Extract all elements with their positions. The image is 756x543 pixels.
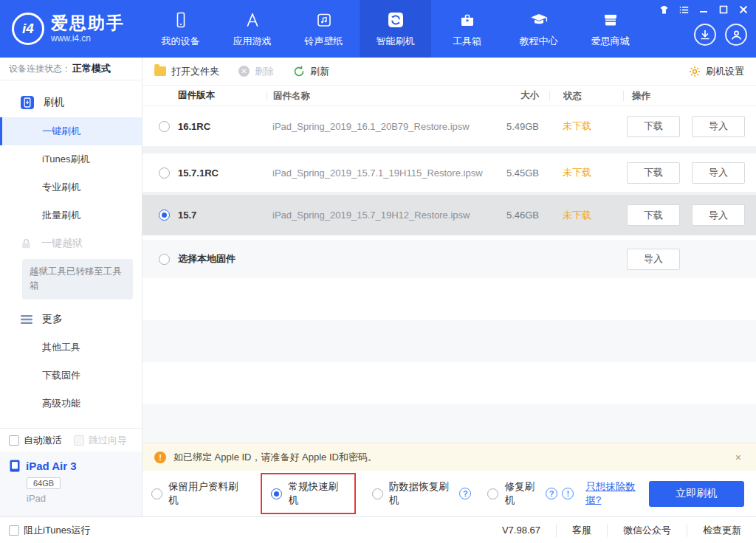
flash-settings-button[interactable]: 刷机设置 <box>689 65 744 78</box>
nav-tab-my-devices[interactable]: 我的设备 <box>145 0 216 58</box>
lock-icon <box>20 238 32 250</box>
theme-skin-icon[interactable] <box>659 4 669 15</box>
empty-stripe <box>142 320 756 362</box>
nav-tab-label: 智能刷机 <box>377 35 415 48</box>
warning-close-icon[interactable]: × <box>732 452 744 463</box>
skip-wizard-checkbox: 跳过向导 <box>74 434 127 447</box>
firmware-version: 16.1RC <box>178 121 267 132</box>
local-firmware-row[interactable]: 选择本地固件 导入 <box>142 240 756 278</box>
refresh-label: 刷新 <box>310 65 329 78</box>
sidebar-item-itunes-flash[interactable]: iTunes刷机 <box>0 145 142 173</box>
radio-button-selected[interactable] <box>159 210 170 221</box>
radio-button[interactable] <box>159 167 170 179</box>
minimize-icon[interactable] <box>698 4 709 15</box>
col-header-size: 大小 <box>487 89 539 102</box>
firmware-version: 15.7 <box>178 210 267 221</box>
firmware-row[interactable]: 16.1RC iPad_Spring_2019_16.1_20B79_Resto… <box>142 106 756 146</box>
option-normal-fast-flash[interactable]: 常规快速刷机 <box>271 480 345 507</box>
wechat-official-link[interactable]: 微信公众号 <box>607 524 687 537</box>
sidebar-item-batch-flash[interactable]: 批量刷机 <box>0 201 142 229</box>
option-repair-flash[interactable]: 修复刷机 ? ! <box>487 480 574 507</box>
erase-data-link[interactable]: 只想抹除数据? <box>585 480 648 507</box>
download-button[interactable]: 下载 <box>627 204 680 226</box>
nav-tab-toolbox[interactable]: 工具箱 <box>431 0 503 58</box>
device-name: iPad Air 3 <box>26 460 77 472</box>
import-button[interactable]: 导入 <box>692 116 745 137</box>
device-icon <box>172 10 190 30</box>
sidebar-group-flash[interactable]: 刷机 <box>0 88 142 117</box>
app-title: 爱思助手 <box>51 14 125 32</box>
maximize-icon[interactable] <box>718 4 729 15</box>
firmware-size: 5.49GB <box>487 121 539 132</box>
help-question-icon[interactable]: ? <box>459 488 471 499</box>
sidebar-checkbox-row: 自动激活 跳过向导 <box>0 428 142 452</box>
graduation-cap-icon <box>529 10 549 30</box>
sidebar-group-more[interactable]: 更多 <box>0 305 142 333</box>
account-icon[interactable] <box>725 24 747 46</box>
status-bar: 阻止iTunes运行 V7.98.67 客服 微信公众号 检查更新 <box>0 516 756 543</box>
delete-button: ✕ 删除 <box>238 65 274 78</box>
device-type: iPad <box>27 493 142 504</box>
option-keep-user-data[interactable]: 保留用户资料刷机 <box>151 480 244 507</box>
info-exclamation-icon[interactable]: ! <box>562 488 574 499</box>
nav-tab-ringtones-wallpapers[interactable]: 铃声壁纸 <box>288 0 360 58</box>
auto-activate-checkbox[interactable]: 自动激活 <box>9 434 62 447</box>
open-folder-button[interactable]: 打开文件夹 <box>154 65 219 78</box>
radio-button[interactable] <box>159 121 170 132</box>
firmware-status: 未下载 <box>549 166 623 179</box>
nav-tab-tutorials[interactable]: 教程中心 <box>503 0 574 58</box>
firmware-row[interactable]: 15.7.1RC iPad_Spring_2019_15.7.1_19H115_… <box>142 153 756 192</box>
block-itunes-checkbox[interactable]: 阻止iTunes运行 <box>9 524 91 537</box>
sidebar-item-pro-flash[interactable]: 专业刷机 <box>0 173 142 201</box>
nav-tab-label: 爱思商城 <box>591 35 630 48</box>
nav-tab-store[interactable]: 爱思商城 <box>574 0 646 58</box>
radio-button[interactable] <box>151 488 162 499</box>
app-header: i4 爱思助手 www.i4.cn 我的设备 应用游戏 <box>0 0 756 58</box>
download-button[interactable]: 下载 <box>627 162 680 184</box>
open-folder-label: 打开文件夹 <box>171 65 219 78</box>
col-header-action: 操作 <box>623 91 756 101</box>
sidebar-item-other-tools[interactable]: 其他工具 <box>0 333 142 362</box>
apple-id-warning-bar: ! 如已绑定 Apple ID，请准备好 Apple ID和密码。 × <box>142 443 756 471</box>
radio-button-selected[interactable] <box>271 488 282 499</box>
firmware-row-selected[interactable]: 15.7 iPad_Spring_2019_15.7_19H12_Restore… <box>142 195 756 235</box>
local-firmware-label: 选择本地固件 <box>178 252 429 266</box>
firmware-version: 15.7.1RC <box>178 167 267 179</box>
gear-icon <box>689 66 701 77</box>
help-question-icon[interactable]: ? <box>546 488 557 499</box>
download-manager-icon[interactable] <box>694 24 716 46</box>
app-window: i4 爱思助手 www.i4.cn 我的设备 应用游戏 <box>0 0 756 543</box>
option-label: 修复刷机 <box>504 480 541 507</box>
firmware-filename: iPad_Spring_2019_15.7_19H12_Restore.ipsw <box>267 210 487 221</box>
firmware-table-header: 固件版本 固件名称 大小 状态 操作 <box>142 86 756 106</box>
col-header-name: 固件名称 <box>267 91 487 101</box>
highlight-red-box: 常规快速刷机 <box>261 473 355 514</box>
import-button[interactable]: 导入 <box>692 204 745 226</box>
close-icon[interactable] <box>738 4 749 15</box>
checkbox-icon <box>74 435 84 446</box>
check-update-link[interactable]: 检查更新 <box>687 524 743 537</box>
customer-service-link[interactable]: 客服 <box>556 524 607 537</box>
checkbox-icon <box>9 435 19 446</box>
appstore-icon <box>244 10 261 30</box>
option-anti-data-recovery[interactable]: 防数据恢复刷机 ? <box>372 480 472 507</box>
download-button[interactable]: 下载 <box>627 116 680 137</box>
radio-button[interactable] <box>487 488 498 499</box>
nav-tab-smart-flash[interactable]: 智能刷机 <box>360 0 431 58</box>
refresh-button[interactable]: 刷新 <box>293 65 329 78</box>
radio-button[interactable] <box>159 254 170 265</box>
sidebar-item-advanced-features[interactable]: 高级功能 <box>0 390 142 418</box>
sidebar-item-one-key-flash[interactable]: 一键刷机 <box>0 117 142 145</box>
connection-status-label: 设备连接状态： <box>9 63 71 75</box>
sidebar-group-label: 一键越狱 <box>41 237 83 250</box>
import-button[interactable]: 导入 <box>692 162 745 184</box>
radio-button[interactable] <box>372 488 383 499</box>
nav-tab-apps-games[interactable]: 应用游戏 <box>216 0 288 58</box>
sidebar-item-download-firmware[interactable]: 下载固件 <box>0 362 142 390</box>
menu-list-icon[interactable] <box>678 4 689 15</box>
import-button[interactable]: 导入 <box>627 249 680 270</box>
flash-now-button[interactable]: 立即刷机 <box>649 481 744 507</box>
warning-text: 如已绑定 Apple ID，请准备好 Apple ID和密码。 <box>173 451 732 464</box>
app-version: V7.98.67 <box>487 525 556 536</box>
hamburger-more-icon <box>20 314 33 325</box>
